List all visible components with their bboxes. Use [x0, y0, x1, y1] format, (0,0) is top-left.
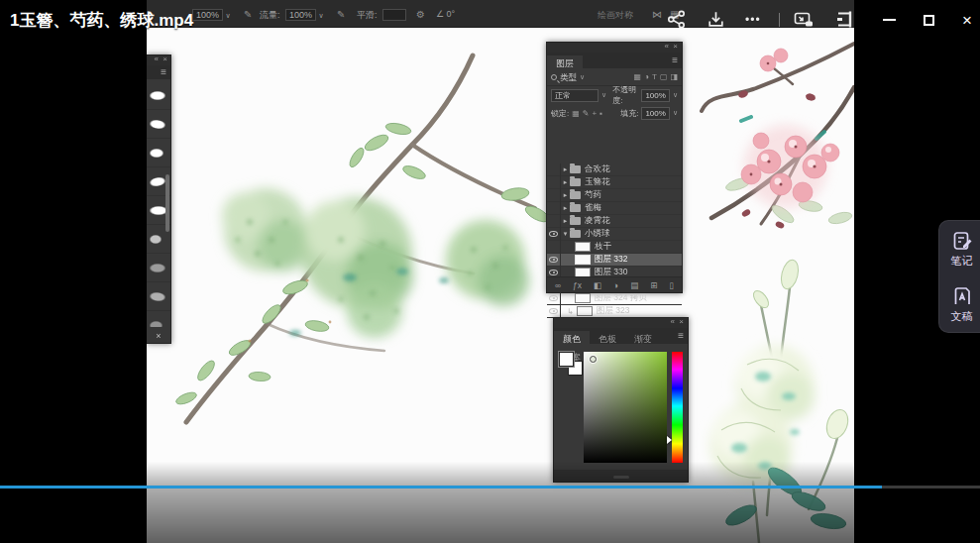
blend-mode-select[interactable]: 正常	[551, 89, 599, 102]
brush-preset[interactable]	[147, 139, 170, 167]
layer-name: 玉簪花	[585, 176, 610, 188]
visibility-toggle[interactable]	[547, 202, 561, 215]
panel-menu-icon[interactable]: ≡	[672, 54, 678, 65]
ps-color-panel: « × 颜色色板渐变图案 ≡	[553, 317, 689, 483]
expand-icon[interactable]: ▸	[561, 178, 570, 186]
close-icon[interactable]: ×	[679, 317, 684, 326]
foreground-color-swatch[interactable]	[559, 352, 574, 367]
eye-icon	[549, 270, 558, 275]
collapse-icon[interactable]: «	[155, 54, 159, 63]
video-surface[interactable]: 100% ∨ ✎ 流量: 100% ∨ ✎ 平滑: ⚙ ∠ 0° 绘画对称 ⋈ …	[147, 0, 854, 543]
layer-group-row[interactable]: ▾小绣球	[547, 228, 682, 241]
expand-icon[interactable]: ▸	[561, 204, 570, 212]
delete-layer-icon[interactable]: ▯	[669, 280, 674, 290]
expand-icon[interactable]: ▸	[561, 165, 570, 173]
lock-all-icon[interactable]: ▪	[599, 109, 602, 118]
collapse-icon[interactable]: «	[671, 317, 675, 326]
share-button[interactable]	[666, 9, 687, 30]
filter-pixel-icon[interactable]: ▦	[634, 68, 642, 86]
add-mask-icon[interactable]: ◧	[594, 280, 601, 290]
filter-smart-icon[interactable]: ◨	[670, 68, 678, 86]
visibility-toggle[interactable]	[547, 241, 561, 254]
close-icon[interactable]: ×	[673, 42, 678, 51]
visibility-toggle[interactable]	[547, 215, 561, 228]
link-layers-icon[interactable]: ∞	[555, 280, 561, 290]
picture-in-picture-button[interactable]	[793, 9, 815, 30]
layers-footer: ∞ ƒx ◧ ◑ ▤ ⊞ ▯	[547, 276, 682, 292]
lock-position-icon[interactable]: +	[593, 109, 598, 118]
opacity-value[interactable]: 100%	[641, 89, 669, 102]
panel-menu-icon[interactable]: ≡	[678, 330, 684, 341]
course-side-panel: 笔记 文稿	[938, 220, 980, 333]
layer-group-row[interactable]: ▸雀梅	[547, 202, 682, 215]
notes-button[interactable]: 笔记	[939, 221, 980, 276]
panel-menu-icon[interactable]: ≡	[161, 66, 166, 77]
docs-button[interactable]: 文稿	[939, 276, 980, 332]
brush-preset[interactable]	[147, 254, 170, 282]
color-tab-row: 颜色色板渐变图案 ≡	[554, 328, 688, 344]
eye-icon	[549, 295, 558, 301]
minimize-button[interactable]	[876, 8, 902, 32]
new-group-icon[interactable]: ▤	[630, 280, 638, 290]
layer-name: 雀梅	[585, 202, 601, 214]
fg-bg-swatches[interactable]	[559, 352, 583, 376]
folder-icon	[570, 230, 581, 238]
search-icon	[551, 74, 557, 80]
brush-preset[interactable]	[147, 110, 170, 139]
layers-blend-row: 正常 ∨ 不透明度: 100% ∨	[547, 86, 682, 104]
close-window-button[interactable]: ×	[954, 8, 980, 32]
lock-pixels-icon[interactable]: ✎	[583, 109, 590, 118]
download-button[interactable]	[706, 9, 726, 30]
visibility-toggle[interactable]	[547, 163, 561, 176]
saturation-brightness-field[interactable]	[584, 352, 667, 463]
layer-row-selected[interactable]: 图层 332	[547, 254, 682, 267]
brushes-close-icon[interactable]: ×	[147, 331, 170, 341]
brush-preset[interactable]	[147, 282, 170, 311]
layer-style-icon[interactable]: ƒx	[573, 280, 582, 290]
close-icon[interactable]: ×	[163, 54, 167, 63]
layer-group-row[interactable]: ▸玉簪花	[547, 176, 682, 189]
brushes-scrollbar[interactable]	[165, 174, 169, 232]
expand-icon[interactable]: ▾	[561, 230, 570, 238]
ps-angle-value: ∠ 0°	[436, 9, 455, 19]
color-panel-header: « ×	[554, 318, 688, 328]
filter-adjust-icon[interactable]: ◑	[644, 68, 649, 86]
folder-icon	[570, 217, 581, 225]
filter-shape-icon[interactable]: ▢	[660, 68, 668, 86]
new-layer-icon[interactable]: ⊞	[650, 280, 657, 290]
dock-to-side-button[interactable]	[834, 9, 854, 30]
hue-slider[interactable]	[672, 352, 683, 463]
docs-label: 文稿	[951, 309, 973, 324]
adjustment-layer-icon[interactable]: ◑	[613, 280, 618, 290]
layer-group-row[interactable]: ▸凌霄花	[547, 215, 682, 228]
visibility-toggle[interactable]	[547, 305, 561, 318]
expand-icon[interactable]: ▸	[561, 217, 570, 225]
visibility-toggle[interactable]	[547, 292, 561, 305]
layer-group-row[interactable]: ▸芍药	[547, 189, 682, 202]
fill-value[interactable]: 100%	[641, 107, 669, 120]
layer-group-row[interactable]: ▸合欢花	[547, 163, 682, 176]
progress-bar[interactable]	[0, 486, 980, 489]
brush-stroke-thumb	[150, 149, 163, 158]
layer-row[interactable]: 图层 324 拷贝	[547, 292, 682, 305]
eye-icon	[549, 257, 558, 263]
visibility-toggle[interactable]	[547, 254, 561, 267]
more-options-button[interactable]: •••	[745, 13, 761, 27]
tab-layers[interactable]: 图层	[547, 55, 583, 71]
maximize-button[interactable]	[916, 8, 941, 32]
ps-gear-icon: ⚙	[416, 9, 425, 20]
color-cursor[interactable]	[590, 356, 597, 363]
layer-row[interactable]: 枝干	[547, 241, 682, 254]
hue-pointer[interactable]	[667, 436, 672, 444]
folder-icon	[570, 204, 581, 212]
brush-preset[interactable]	[147, 81, 170, 110]
collapse-icon[interactable]: «	[665, 42, 669, 51]
visibility-toggle[interactable]	[547, 176, 561, 189]
layer-name: 图层 323	[597, 305, 630, 317]
visibility-toggle[interactable]	[547, 189, 561, 202]
visibility-toggle[interactable]	[547, 228, 561, 241]
brush-preset[interactable]	[147, 311, 170, 327]
lock-transparent-icon[interactable]: ▦	[572, 109, 580, 118]
filter-type-icon[interactable]: T	[652, 68, 657, 86]
expand-icon[interactable]: ▸	[561, 191, 570, 199]
